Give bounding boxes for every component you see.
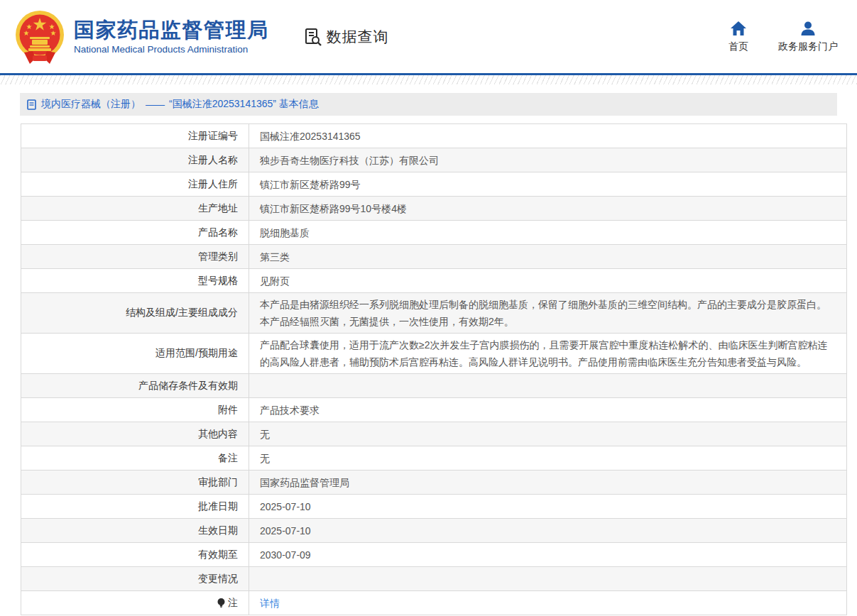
row-label: 生效日期	[21, 519, 249, 542]
row-value: 国械注准20253141365	[249, 124, 846, 148]
row-label-text: 注册人名称	[188, 154, 238, 167]
row-label-text: 审批部门	[198, 476, 238, 489]
row-value-text: 产品技术要求	[260, 402, 320, 419]
org-title: 国家药品监督管理局	[74, 18, 269, 42]
row-value-text: 无	[260, 450, 270, 467]
row-value: 2030-07-09	[249, 543, 846, 566]
table-row: 结构及组成/主要组成成分本产品是由猪源组织经一系列脱细胞处理后制备的脱细胞基质，…	[21, 292, 846, 333]
row-label-text: 产品储存条件及有效期	[138, 380, 238, 392]
row-label: 管理类别	[21, 245, 249, 268]
row-label: 结构及组成/主要组成成分	[21, 293, 249, 333]
row-value: 详情	[249, 591, 846, 615]
row-value: 本产品是由猪源组织经一系列脱细胞处理后制备的脱细胞基质，保留了细胞外基质的三维空…	[249, 293, 846, 333]
breadcrumb-section: 境内医疗器械（注册）	[41, 98, 141, 111]
row-value-text: 见附页	[260, 273, 290, 290]
row-value: 产品配合球囊使用，适用于流产次数≥2次并发生子宫内膜损伤的，且需要开展宫腔中重度…	[249, 334, 846, 373]
stripe-texture-band	[0, 75, 857, 84]
row-label-text: 注册人住所	[188, 178, 238, 191]
row-value-text: 2030-07-09	[260, 546, 311, 563]
row-label: 注	[21, 591, 249, 615]
row-value-text: 本产品是由猪源组织经一系列脱细胞处理后制备的脱细胞基质，保留了细胞外基质的三维空…	[260, 296, 834, 330]
row-label: 批准日期	[21, 495, 249, 518]
table-row: 注册人名称独步吾奇生物医疗科技（江苏）有限公司	[21, 148, 846, 172]
row-value-text: 镇江市新区楚桥路99号10号楼4楼	[260, 200, 407, 217]
table-row: 适用范围/预期用途产品配合球囊使用，适用于流产次数≥2次并发生子宫内膜损伤的，且…	[21, 333, 846, 373]
row-value: 2025-07-10	[249, 495, 846, 518]
table-row: 附件产品技术要求	[21, 397, 846, 422]
row-value-text: 2025-07-10	[260, 522, 311, 539]
row-value-text: 第三类	[260, 248, 290, 265]
nav-home-label: 首页	[728, 40, 748, 53]
row-value: 产品技术要求	[249, 398, 846, 422]
row-value: 国家药品监督管理局	[249, 471, 846, 494]
row-value	[249, 374, 846, 397]
row-label: 审批部门	[21, 471, 249, 494]
row-value: 无	[249, 422, 846, 446]
table-row: 生效日期2025-07-10	[21, 518, 846, 542]
home-icon	[730, 21, 747, 36]
data-query-label: 数据查询	[327, 27, 389, 47]
nav-home[interactable]: 首页	[728, 21, 748, 53]
row-value-text: 独步吾奇生物医疗科技（江苏）有限公司	[260, 152, 439, 169]
table-row: 产品名称脱细胞基质	[21, 220, 846, 244]
data-query-icon	[303, 27, 323, 47]
row-label-text: 注	[228, 597, 238, 610]
row-label: 产品名称	[21, 221, 249, 244]
document-icon	[27, 99, 36, 110]
user-icon	[799, 21, 817, 36]
row-label-text: 管理类别	[198, 251, 238, 263]
row-label: 型号规格	[21, 269, 249, 292]
row-label: 变更情况	[21, 567, 249, 590]
row-label-text: 批准日期	[198, 500, 238, 513]
table-row: 审批部门国家药品监督管理局	[21, 470, 846, 494]
row-label-text: 产品名称	[198, 226, 238, 239]
data-query-title-group: 数据查询	[303, 27, 389, 47]
row-label-text: 备注	[218, 452, 238, 465]
row-value: 脱细胞基质	[249, 221, 846, 244]
table-row: 变更情况	[21, 566, 846, 590]
row-label: 生产地址	[21, 197, 249, 220]
row-value-text: 脱细胞基质	[260, 224, 310, 241]
row-label-text: 适用范围/预期用途	[155, 347, 238, 360]
row-label-text: 其他内容	[198, 428, 238, 441]
row-label-text: 结构及组成/主要组成成分	[126, 307, 238, 319]
row-label: 其他内容	[21, 422, 249, 446]
row-value-text: 产品配合球囊使用，适用于流产次数≥2次并发生子宫内膜损伤的，且需要开展宫腔中重度…	[260, 336, 834, 370]
row-label: 适用范围/预期用途	[21, 334, 249, 373]
info-table: 注册证编号国械注准20253141365注册人名称独步吾奇生物医疗科技（江苏）有…	[21, 123, 847, 615]
row-value-text: 无	[260, 426, 270, 443]
row-label: 注册人住所	[21, 172, 249, 196]
row-value-text: 国械注准20253141365	[260, 128, 361, 145]
table-row: 生产地址镇江市新区楚桥路99号10号楼4楼	[21, 196, 846, 220]
top-nav: 首页 政务服务门户	[728, 21, 838, 53]
row-value: 无	[249, 446, 846, 470]
row-value	[249, 567, 846, 590]
details-link[interactable]: 详情	[260, 595, 280, 612]
national-emblem-icon	[14, 9, 65, 65]
nav-portal[interactable]: 政务服务门户	[778, 21, 838, 53]
table-row: 产品储存条件及有效期	[21, 373, 846, 397]
org-subtitle: National Medical Products Administration	[74, 44, 269, 55]
row-value: 2025-07-10	[249, 519, 846, 542]
page-header: 国家药品监督管理局 National Medical Products Admi…	[0, 0, 857, 73]
row-label-text: 生产地址	[198, 202, 238, 215]
row-label: 备注	[21, 446, 249, 470]
table-row: 注册人住所镇江市新区楚桥路99号	[21, 172, 846, 196]
row-value: 见附页	[249, 269, 846, 292]
row-value: 镇江市新区楚桥路99号10号楼4楼	[249, 197, 846, 220]
table-row: 其他内容无	[21, 422, 846, 446]
row-value: 第三类	[249, 245, 846, 268]
row-label-text: 注册证编号	[188, 130, 238, 143]
note-icon	[217, 598, 226, 608]
row-value: 镇江市新区楚桥路99号	[249, 172, 846, 196]
breadcrumb-separator: ——	[146, 99, 164, 110]
table-row: 批准日期2025-07-10	[21, 494, 846, 518]
row-label: 附件	[21, 398, 249, 422]
row-value-text: 镇江市新区楚桥路99号	[260, 176, 361, 193]
nmpa-logo: 国家药品监督管理局 National Medical Products Admi…	[14, 9, 269, 65]
table-row: 型号规格见附页	[21, 268, 846, 292]
row-label-text: 型号规格	[198, 275, 238, 287]
row-label-text: 变更情况	[198, 573, 238, 585]
table-row: 管理类别第三类	[21, 244, 846, 268]
table-row: 备注无	[21, 446, 846, 470]
